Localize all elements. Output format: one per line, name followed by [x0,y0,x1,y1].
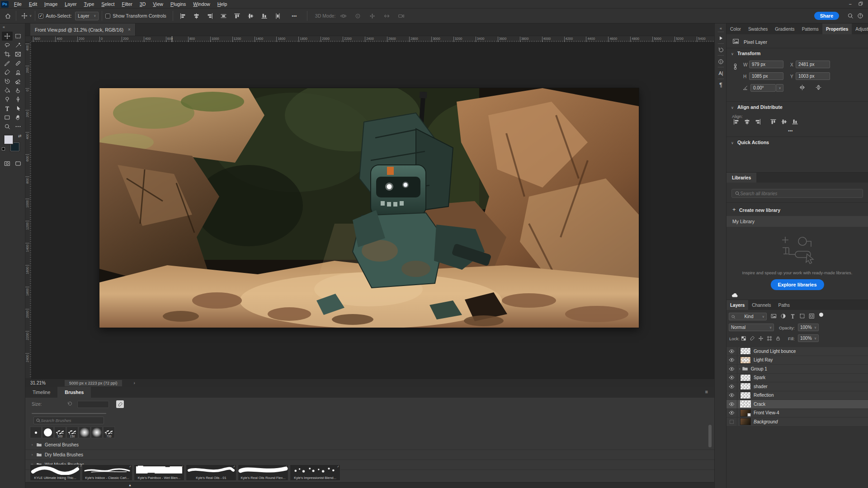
menu-item-select[interactable]: Select [98,0,118,8]
tool-preset-caret-icon[interactable]: ∨ [29,14,32,18]
menu-item-3d[interactable]: 3D [136,0,149,8]
smudge-tool[interactable] [13,86,24,95]
auto-select-checkbox[interactable]: ✓ [38,14,43,19]
align-middle-icon[interactable] [781,118,788,125]
canvas-artwork[interactable] [99,88,639,328]
libraries-search-input[interactable] [740,191,849,196]
menu-item-type[interactable]: Type [80,0,98,8]
brush-size-slider[interactable] [32,413,106,414]
brush-tool[interactable] [2,68,13,77]
lock-position-icon[interactable] [758,336,764,341]
tab-patterns[interactable]: Patterns [798,23,822,34]
show-transform-checkbox[interactable] [105,14,110,19]
brush-preset[interactable] [42,427,54,438]
tab-brushes[interactable]: Brushes [57,387,91,398]
brush-item[interactable]: ✓Kyle's Real Oils Round Flex... [238,465,288,481]
distribute-horizontal-icon[interactable] [220,13,227,19]
brush-search-input[interactable] [41,418,95,423]
flip-vertical-icon[interactable] [815,84,822,91]
chevron-right-icon[interactable]: › [29,443,35,447]
filter-toggle-icon[interactable] [819,312,824,318]
align-more-icon[interactable]: ••• [788,128,793,133]
paragraph-panel-icon[interactable]: ¶ [715,80,727,90]
clone-stamp-tool[interactable] [13,68,24,77]
shape-layer-filter-icon[interactable] [799,313,805,319]
object-selection-tool[interactable] [13,41,24,50]
align-left-icon[interactable] [179,13,186,19]
visibility-checkbox[interactable] [730,420,734,424]
dodge-tool[interactable] [2,95,13,104]
move-tool[interactable] [2,32,13,41]
library-item[interactable]: My Library [726,216,868,227]
brushes-scrollbar[interactable] [708,425,712,447]
actions-panel-icon[interactable] [715,33,727,43]
align-right-icon[interactable] [207,13,213,19]
layer-row[interactable]: ›Group 1 [726,365,868,374]
visibility-icon[interactable] [729,375,735,380]
path-selection-tool[interactable] [13,104,24,113]
align-top-icon[interactable] [770,118,777,125]
brush-preset[interactable] [30,427,42,438]
visibility-icon[interactable] [729,366,735,372]
zoom-tool[interactable] [2,122,13,131]
lasso-tool[interactable] [2,41,13,50]
tab-gradients[interactable]: Gradients [771,23,798,34]
align-middle-icon[interactable] [247,13,254,19]
tab-paths[interactable]: Paths [775,300,794,310]
history-brush-tool[interactable] [2,77,13,86]
auto-select-target-dropdown[interactable]: Layer∨ [75,12,99,20]
menu-item-help[interactable]: Help [214,0,231,8]
flip-horizontal-icon[interactable] [799,84,806,91]
angle-dropdown-icon[interactable]: ∨ [776,84,783,92]
resize-grip-icon[interactable]: ▲ [128,483,132,487]
menu-item-image[interactable]: Image [41,0,61,8]
quick-actions-collapse-icon[interactable]: ∨ [731,141,734,145]
visibility-icon[interactable] [729,357,735,363]
crop-tool[interactable] [2,50,13,59]
tab-adjustments[interactable]: Adjustments [852,23,868,34]
horizontal-ruler[interactable]: 6004002000200400600800100012001400160018… [32,36,714,42]
layer-row[interactable]: Front View-4 [726,409,868,418]
brush-item[interactable]: ✓Kyle's Inkbox - Classic Cart... [82,465,132,481]
create-library-button[interactable]: Create new library [739,207,780,213]
layer-row[interactable]: shader [726,382,868,391]
close-tab-icon[interactable]: × [128,27,131,32]
zoom-level-input[interactable]: 31.21% [30,380,50,385]
search-icon[interactable] [845,11,855,21]
explore-libraries-button[interactable]: Explore libraries [770,279,824,290]
align-right-icon[interactable] [755,118,761,125]
canvas-area[interactable]: 4002000200400600800100012001400160018002… [25,42,714,379]
libraries-search[interactable] [731,189,863,198]
foreground-color-swatch[interactable] [4,135,14,145]
more-options-icon[interactable]: ••• [289,11,299,21]
vertical-ruler[interactable]: 4002000200400600800100012001400160018002… [25,42,32,379]
blend-mode-dropdown[interactable]: Normal∨ [729,324,774,331]
hand-tool[interactable] [13,113,24,122]
layer-row[interactable]: Spark [726,374,868,383]
align-collapse-icon[interactable]: ∨ [731,106,734,110]
info-panel-icon[interactable] [715,56,727,66]
brush-preset[interactable] [91,427,103,438]
menu-item-window[interactable]: Window [189,0,213,8]
visibility-icon[interactable] [729,392,735,398]
lock-artboard-icon[interactable] [767,336,772,341]
visibility-icon[interactable] [729,348,735,354]
history-panel-icon[interactable] [715,45,727,55]
layer-row[interactable]: Crack [726,400,868,409]
document-tab[interactable]: Front View.psd @ 31.2% (Crack, RGB/16) × [30,23,136,36]
smart-object-filter-icon[interactable] [809,313,815,319]
align-center-horizontal-icon[interactable] [193,13,200,19]
brush-search[interactable] [33,417,104,424]
link-dimensions-icon[interactable] [732,63,739,70]
reset-brush-icon[interactable] [67,401,73,407]
tab-properties[interactable]: Properties [822,23,852,34]
lock-transparency-icon[interactable] [741,336,746,341]
character-panel-icon[interactable]: A| [715,68,727,78]
lock-pixels-icon[interactable] [750,336,755,341]
angle-input[interactable] [750,84,776,92]
menu-item-filter[interactable]: Filter [118,0,136,8]
home-icon[interactable] [3,11,13,21]
type-tool[interactable] [2,104,13,113]
swap-colors-icon[interactable]: ⇄ [18,134,22,138]
brush-item[interactable]: ✓KYLE Ultimate Inking Thic... [30,465,80,481]
